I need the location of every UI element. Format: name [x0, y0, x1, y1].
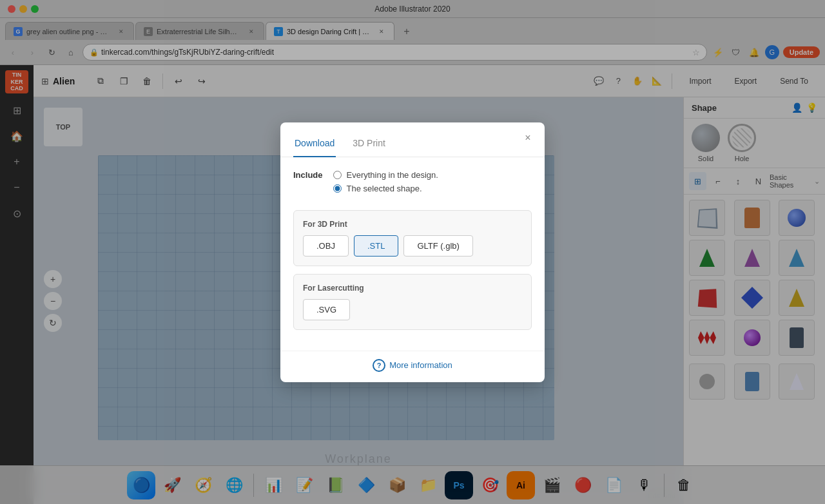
include-row: Include Everything in the design. The se…	[293, 170, 532, 197]
obj-button[interactable]: .OBJ	[303, 235, 349, 257]
more-info-text: More information	[389, 360, 452, 370]
include-label: Include	[293, 170, 323, 180]
modal-overlay[interactable]: Download 3D Print × Include Everything i…	[0, 0, 825, 504]
modal-tab-download[interactable]: Download	[293, 133, 336, 157]
modal-header: Download 3D Print ×	[280, 122, 545, 157]
radio-selected-input[interactable]	[333, 184, 342, 193]
lasercutting-section: For Lasercutting .SVG	[293, 274, 532, 330]
include-section: Include Everything in the design. The se…	[293, 170, 532, 197]
radio-everything-label: Everything in the design.	[347, 170, 438, 180]
radio-everything-input[interactable]	[333, 171, 342, 179]
3d-print-section: For 3D Print .OBJ .STL GLTF (.glb)	[293, 210, 532, 266]
more-info-icon: ?	[373, 359, 385, 372]
more-info-link[interactable]: ? More information	[373, 359, 452, 372]
gltf-button[interactable]: GLTF (.glb)	[403, 235, 473, 257]
lasercutting-buttons: .SVG	[303, 299, 522, 320]
include-options: Everything in the design. The selected s…	[333, 170, 438, 197]
radio-everything: Everything in the design.	[333, 170, 438, 180]
lasercutting-title: For Lasercutting	[303, 284, 522, 293]
modal-close-button[interactable]: ×	[520, 130, 536, 146]
modal-footer: ? More information	[280, 351, 545, 382]
3d-print-title: For 3D Print	[303, 220, 522, 229]
download-modal: Download 3D Print × Include Everything i…	[280, 122, 545, 382]
radio-selected: The selected shape.	[333, 184, 438, 193]
modal-body: Include Everything in the design. The se…	[280, 157, 545, 351]
3d-print-buttons: .OBJ .STL GLTF (.glb)	[303, 235, 522, 257]
modal-tab-3dprint[interactable]: 3D Print	[351, 133, 387, 157]
radio-selected-label: The selected shape.	[347, 184, 422, 193]
svg-button[interactable]: .SVG	[303, 299, 350, 320]
stl-button[interactable]: .STL	[354, 235, 398, 257]
